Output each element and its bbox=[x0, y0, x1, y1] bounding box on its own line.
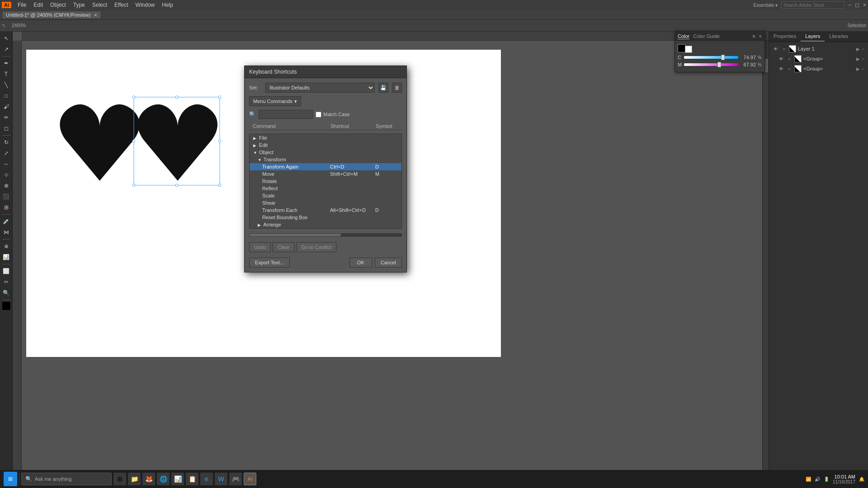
blend-tool[interactable]: ⋈ bbox=[1, 227, 11, 237]
tree-item-move[interactable]: Move Shift+Ctrl+M M bbox=[250, 170, 401, 178]
tree-item-edit[interactable]: ▶ Edit bbox=[250, 141, 401, 149]
undo-button[interactable]: Undo bbox=[249, 242, 271, 252]
file-explorer-btn[interactable]: 📁 bbox=[128, 473, 141, 485]
rotate-tool[interactable]: ↻ bbox=[1, 137, 11, 147]
free-transform-tool[interactable]: ⊹ bbox=[1, 170, 11, 180]
layer-expand[interactable]: ▶ bbox=[856, 56, 860, 61]
task-view-btn[interactable]: ⊞ bbox=[113, 473, 126, 485]
layer-options[interactable]: ○ bbox=[862, 56, 864, 61]
menu-select[interactable]: Select bbox=[89, 1, 111, 9]
battery-icon[interactable]: 🔋 bbox=[824, 477, 829, 482]
start-button[interactable]: ⊞ bbox=[4, 472, 17, 486]
layer-row[interactable]: 👁 ○ Layer 1 ▶ ○ bbox=[771, 44, 866, 54]
text-tool[interactable]: T bbox=[1, 69, 11, 79]
tree-item-reset-bounding-box[interactable]: Reset Bounding Box bbox=[250, 214, 401, 221]
stroke-preview[interactable] bbox=[685, 46, 692, 53]
tree-item-shear[interactable]: Shear bbox=[250, 199, 401, 206]
powerpoint-btn[interactable]: 📋 bbox=[186, 473, 198, 485]
browser-btn[interactable]: 🦊 bbox=[142, 473, 155, 485]
network-icon[interactable]: 📶 bbox=[806, 477, 811, 482]
set-select[interactable]: Illustrator Defaults bbox=[265, 83, 375, 93]
export-text-button[interactable]: Export Text... bbox=[249, 258, 290, 267]
save-set-btn[interactable]: 💾 bbox=[378, 83, 388, 93]
excel-btn[interactable]: 📊 bbox=[171, 473, 184, 485]
clear-button[interactable]: Clear bbox=[273, 242, 294, 252]
mesh-tool[interactable]: ⊞ bbox=[1, 202, 11, 212]
ok-button[interactable]: OK bbox=[349, 258, 372, 267]
menu-edit[interactable]: Edit bbox=[30, 1, 47, 9]
tree-item-scale[interactable]: Scale bbox=[250, 192, 401, 199]
menu-effect[interactable]: Effect bbox=[111, 1, 132, 9]
tree-item-file[interactable]: ▶ File bbox=[250, 134, 401, 141]
chrome-btn[interactable]: 🌐 bbox=[157, 473, 170, 485]
brush-tool[interactable]: 🖌 bbox=[1, 102, 11, 112]
tree-item-transform-each[interactable]: Transform Each Alt+Shift+Ctrl+D D bbox=[250, 206, 401, 214]
illustrator-taskbar-btn[interactable]: Ai bbox=[244, 473, 256, 485]
tree-item-rotate[interactable]: Rotate bbox=[250, 178, 401, 185]
cancel-button[interactable]: Cancel bbox=[375, 258, 402, 267]
menu-help[interactable]: Help bbox=[158, 1, 177, 9]
color-panel-close[interactable]: × bbox=[759, 33, 762, 39]
layer-expand[interactable]: ▶ bbox=[856, 47, 860, 52]
scale-tool[interactable]: ⤢ bbox=[1, 148, 11, 158]
tree-item-object[interactable]: ▼ Object bbox=[250, 149, 401, 156]
shape-builder-tool[interactable]: ⊕ bbox=[1, 181, 11, 191]
line-tool[interactable]: ╲ bbox=[1, 80, 11, 90]
gradient-tool[interactable]: ⬛ bbox=[1, 192, 11, 202]
menu-window[interactable]: Window bbox=[132, 1, 159, 9]
vertical-scrollbar[interactable] bbox=[762, 41, 769, 472]
ie-btn[interactable]: e bbox=[200, 473, 213, 485]
tree-scrollbar[interactable] bbox=[250, 234, 341, 236]
eye-icon[interactable]: 👁 bbox=[778, 66, 784, 71]
tab-color[interactable]: Color bbox=[678, 33, 689, 39]
layer-row[interactable]: 👁 ○ <Group> ▶ ○ bbox=[771, 64, 866, 74]
color-panel-options[interactable]: ≡ bbox=[752, 33, 755, 39]
shortcut-search-input[interactable] bbox=[259, 110, 313, 119]
close-btn[interactable]: × bbox=[863, 2, 866, 8]
tree-item-reflect[interactable]: Reflect bbox=[250, 185, 401, 192]
games-btn[interactable]: 🎮 bbox=[229, 473, 242, 485]
width-tool[interactable]: ↔ bbox=[1, 159, 11, 169]
artboard-tool[interactable]: ⬜ bbox=[1, 266, 11, 276]
direct-selection-tool[interactable]: ↗ bbox=[1, 44, 11, 54]
menu-type[interactable]: Type bbox=[70, 1, 89, 9]
delete-set-btn[interactable]: 🗑 bbox=[392, 83, 402, 93]
selection-tool[interactable]: ↖ bbox=[1, 33, 11, 43]
layer-options[interactable]: ○ bbox=[862, 47, 864, 52]
notifications-icon[interactable]: 🔔 bbox=[859, 477, 864, 482]
match-case-checkbox[interactable] bbox=[316, 112, 321, 117]
fill-swatch[interactable] bbox=[2, 302, 10, 310]
menu-file[interactable]: File bbox=[14, 1, 30, 9]
minimize-btn[interactable]: − bbox=[848, 2, 851, 8]
graph-tool[interactable]: 📊 bbox=[1, 252, 11, 262]
tab-color-guide[interactable]: Color Guide bbox=[693, 33, 720, 39]
symbol-tool[interactable]: ※ bbox=[1, 241, 11, 251]
search-bar[interactable]: 🔍 Ask me anything bbox=[21, 473, 112, 485]
tab-layers[interactable]: Layers bbox=[801, 32, 825, 42]
go-to-conflict-button[interactable]: Go to Conflict bbox=[297, 242, 337, 252]
tab-libraries[interactable]: Libraries bbox=[825, 32, 853, 42]
tab-close-btn[interactable]: × bbox=[94, 12, 97, 18]
rect-tool[interactable]: □ bbox=[1, 91, 11, 101]
lock-icon[interactable]: ○ bbox=[786, 56, 793, 61]
zoom-tool[interactable]: 🔍 bbox=[1, 288, 11, 298]
menu-commands-dropdown[interactable]: Menu Commands ▾ bbox=[249, 96, 301, 106]
document-tab[interactable]: Untitled-1* @ 2400% (CMYK/Preview) × bbox=[2, 11, 101, 19]
m-slider[interactable] bbox=[684, 63, 738, 66]
eye-icon[interactable]: 👁 bbox=[778, 56, 784, 61]
word-btn[interactable]: W bbox=[215, 473, 227, 485]
tree-item-arrange[interactable]: ▶ Arrange bbox=[250, 221, 401, 228]
c-slider[interactable] bbox=[684, 56, 738, 59]
eye-icon[interactable]: 👁 bbox=[773, 47, 779, 52]
tab-properties[interactable]: Properties bbox=[769, 32, 801, 42]
eraser-tool[interactable]: ◻ bbox=[1, 123, 11, 133]
stock-search[interactable] bbox=[781, 1, 844, 9]
layer-options[interactable]: ○ bbox=[862, 66, 864, 71]
pencil-tool[interactable]: ✏ bbox=[1, 113, 11, 122]
slice-tool[interactable]: ✂ bbox=[1, 277, 11, 287]
volume-icon[interactable]: 🔊 bbox=[815, 477, 820, 482]
shortcuts-tree[interactable]: ▶ File ▶ Edit ▼ Object ▼ Transform bbox=[249, 134, 402, 229]
lock-icon[interactable]: ○ bbox=[781, 47, 787, 52]
lock-icon[interactable]: ○ bbox=[786, 66, 793, 71]
eyedropper-tool[interactable]: 💉 bbox=[1, 216, 11, 226]
